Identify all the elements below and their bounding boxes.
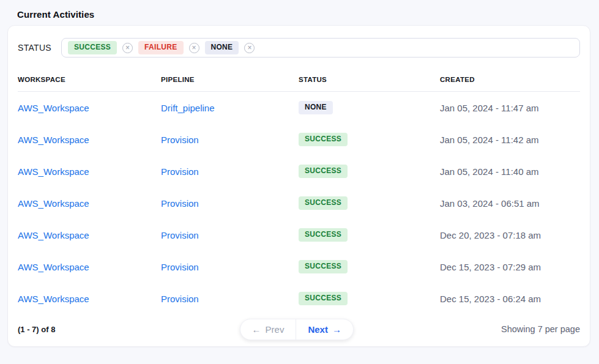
arrow-right-icon: → [332, 324, 341, 335]
current-activities-page: Current Activities STATUS SUCCESS × FAIL… [0, 0, 599, 364]
pagination-control: ← Prev Next → [240, 319, 354, 340]
pipeline-link[interactable]: Provision [161, 166, 199, 177]
status-badge: SUCCESS [299, 260, 348, 273]
remove-none-chip-icon[interactable]: × [244, 43, 255, 53]
col-header-status: STATUS [299, 76, 440, 83]
col-header-workspace: WORKSPACE [18, 76, 161, 83]
pipeline-link[interactable]: Drift_pipeline [161, 103, 215, 113]
pipeline-link[interactable]: Provision [161, 294, 199, 304]
next-button-label: Next [308, 324, 328, 335]
table-row: AWS_Workspace Provision SUCCESS Jan 05, … [18, 155, 580, 187]
status-badge: SUCCESS [299, 165, 348, 177]
status-filter-row: STATUS SUCCESS × FAILURE × NONE × [8, 26, 590, 67]
pipeline-link[interactable]: Provision [161, 262, 199, 272]
table-header-row: WORKSPACE PIPELINE STATUS CREATED [18, 67, 580, 92]
filter-chip-success: SUCCESS [68, 41, 117, 54]
remove-failure-chip-icon[interactable]: × [189, 43, 199, 53]
prev-button-label: Prev [266, 324, 285, 335]
workspace-link[interactable]: AWS_Workspace [18, 198, 89, 209]
workspace-link[interactable]: AWS_Workspace [18, 166, 89, 177]
activities-table: WORKSPACE PIPELINE STATUS CREATED AWS_Wo… [8, 67, 590, 314]
table-row: AWS_Workspace Provision SUCCESS Jan 03, … [18, 187, 580, 219]
workspace-link[interactable]: AWS_Workspace [18, 103, 89, 113]
next-page-button[interactable]: Next → [296, 319, 353, 340]
filter-chip-none: NONE [205, 41, 239, 54]
workspace-link[interactable]: AWS_Workspace [18, 135, 89, 145]
status-badge: NONE [299, 101, 333, 114]
filter-chip-failure: FAILURE [138, 41, 183, 54]
per-page-text: Showing 7 per page [501, 324, 580, 334]
created-timestamp: Jan 05, 2024 - 11:42 am [440, 135, 580, 145]
status-badge: SUCCESS [299, 292, 348, 305]
pagination-range: (1 - 7) of 8 [18, 325, 55, 334]
pipeline-link[interactable]: Provision [161, 230, 199, 240]
workspace-link[interactable]: AWS_Workspace [18, 262, 89, 272]
table-row: AWS_Workspace Provision SUCCESS Dec 15, … [18, 283, 580, 314]
page-title: Current Activities [0, 0, 599, 20]
status-filter-label: STATUS [18, 43, 51, 53]
workspace-link[interactable]: AWS_Workspace [18, 230, 89, 240]
created-timestamp: Dec 15, 2023 - 06:24 am [440, 294, 580, 304]
col-header-pipeline: PIPELINE [161, 76, 299, 83]
pipeline-link[interactable]: Provision [161, 198, 199, 209]
table-footer: (1 - 7) of 8 ← Prev Next → Showing 7 per… [8, 314, 590, 346]
created-timestamp: Jan 05, 2024 - 11:40 am [440, 166, 580, 177]
created-timestamp: Jan 05, 2024 - 11:47 am [440, 103, 580, 113]
created-timestamp: Dec 20, 2023 - 07:18 am [440, 230, 580, 240]
arrow-left-icon: ← [252, 324, 261, 335]
workspace-link[interactable]: AWS_Workspace [18, 294, 89, 304]
status-badge: SUCCESS [299, 196, 348, 209]
remove-success-chip-icon[interactable]: × [122, 43, 133, 53]
prev-page-button[interactable]: ← Prev [240, 319, 297, 340]
status-badge: SUCCESS [299, 228, 348, 241]
table-row: AWS_Workspace Provision SUCCESS Dec 20, … [18, 219, 580, 251]
table-row: AWS_Workspace Drift_pipeline NONE Jan 05… [18, 92, 580, 124]
table-row: AWS_Workspace Provision SUCCESS Dec 15, … [18, 251, 580, 283]
created-timestamp: Dec 15, 2023 - 07:29 am [440, 262, 580, 272]
created-timestamp: Jan 03, 2024 - 06:51 am [440, 198, 580, 209]
status-badge: SUCCESS [299, 133, 348, 146]
table-row: AWS_Workspace Provision SUCCESS Jan 05, … [18, 124, 580, 155]
col-header-created: CREATED [440, 76, 580, 83]
status-filter-input[interactable]: SUCCESS × FAILURE × NONE × [61, 38, 580, 58]
pipeline-link[interactable]: Provision [161, 135, 199, 145]
activities-card: STATUS SUCCESS × FAILURE × NONE × WORKSP… [7, 25, 590, 347]
